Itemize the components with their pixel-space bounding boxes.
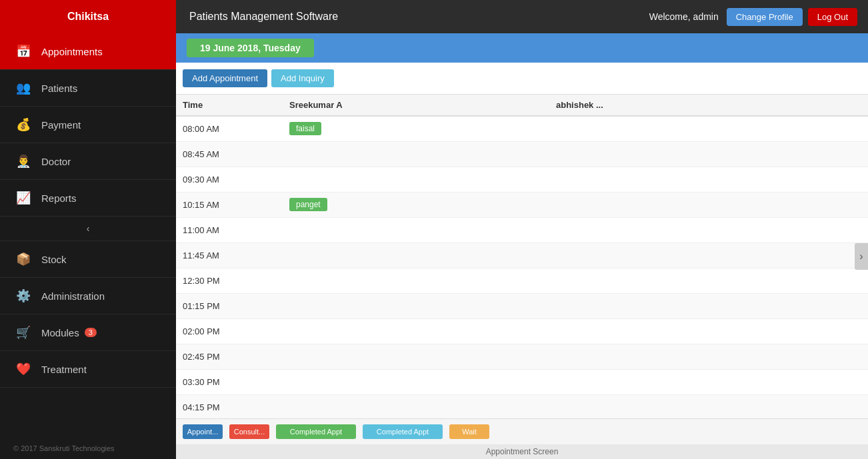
doctor-icon: 👨‍⚕️ bbox=[13, 154, 33, 169]
abhishek-cell bbox=[549, 242, 868, 268]
table-row: 08:45 AM bbox=[176, 141, 868, 167]
toolbar: Add Appointment Add Inquiry bbox=[176, 63, 868, 95]
legend-appointment: Appoint... bbox=[183, 424, 223, 439]
bottom-bar: Appointment Screen bbox=[176, 444, 868, 459]
legend-consultation: Consult... bbox=[229, 424, 269, 439]
sreekumar-cell bbox=[283, 344, 549, 369]
legend-color-completed: Completed Appt bbox=[276, 424, 356, 439]
sidebar-item-payment[interactable]: 💰 Payment bbox=[0, 107, 176, 143]
sreekumar-cell: panget bbox=[283, 192, 549, 217]
administration-icon: ⚙️ bbox=[13, 288, 33, 303]
scroll-right-arrow[interactable]: › bbox=[855, 243, 868, 270]
abhishek-cell bbox=[549, 116, 868, 141]
sidebar-item-patients[interactable]: 👥 Patients bbox=[0, 70, 176, 107]
sidebar-item-label: Stock bbox=[41, 254, 67, 265]
sidebar-item-doctor[interactable]: 👨‍⚕️ Doctor bbox=[0, 143, 176, 180]
abhishek-cell bbox=[549, 344, 868, 369]
schedule-table: Time Sreekumar A abhishek ... 08:00 AMfa… bbox=[176, 95, 868, 418]
table-row: 11:00 AM bbox=[176, 217, 868, 242]
time-cell: 03:30 PM bbox=[176, 369, 283, 394]
sidebar-item-label: Appointments bbox=[41, 46, 103, 57]
table-row: 04:15 PM bbox=[176, 394, 868, 418]
sidebar-item-label: Modules bbox=[41, 327, 79, 338]
sidebar-item-label: Doctor bbox=[41, 156, 71, 167]
table-row: 09:30 AM bbox=[176, 167, 868, 192]
sidebar-item-stock[interactable]: 📦 Stock bbox=[0, 241, 176, 278]
time-cell: 02:00 PM bbox=[176, 318, 283, 344]
main-content: 19 June 2018, Tuesday Add Appointment Ad… bbox=[176, 33, 868, 459]
time-cell: 10:15 AM bbox=[176, 192, 283, 217]
abhishek-cell bbox=[549, 217, 868, 242]
time-cell: 04:15 PM bbox=[176, 394, 283, 418]
chevron-left-icon: ‹ bbox=[87, 223, 90, 234]
abhishek-cell bbox=[549, 394, 868, 418]
date-header: 19 June 2018, Tuesday bbox=[176, 33, 868, 63]
sreekumar-cell bbox=[283, 394, 549, 418]
sreekumar-cell bbox=[283, 369, 549, 394]
legend-color-completed-2: Completed Appt bbox=[363, 424, 443, 439]
main-layout: 📅 Appointments 👥 Patients 💰 Payment 👨‍⚕️… bbox=[0, 33, 868, 459]
appointments-icon: 📅 bbox=[13, 44, 33, 59]
table-row: 08:00 AMfaisal bbox=[176, 116, 868, 141]
sreekumar-cell bbox=[283, 217, 549, 242]
appointment-badge[interactable]: faisal bbox=[289, 122, 321, 135]
reports-icon: 📈 bbox=[13, 191, 33, 205]
modules-badge: 3 bbox=[85, 328, 97, 337]
sreekumar-cell bbox=[283, 268, 549, 293]
schedule-wrapper[interactable]: Time Sreekumar A abhishek ... 08:00 AMfa… bbox=[176, 95, 868, 418]
add-inquiry-button[interactable]: Add Inquiry bbox=[271, 69, 334, 87]
abhishek-cell bbox=[549, 293, 868, 318]
table-row: 01:15 PM bbox=[176, 293, 868, 318]
abhishek-cell bbox=[549, 369, 868, 394]
table-row: 02:00 PM bbox=[176, 318, 868, 344]
sreekumar-cell: faisal bbox=[283, 116, 549, 141]
sidebar-collapse-toggle[interactable]: ‹ bbox=[0, 217, 176, 241]
abhishek-cell bbox=[549, 268, 868, 293]
legend-color-wait: Wait bbox=[449, 424, 489, 439]
time-cell: 01:15 PM bbox=[176, 293, 283, 318]
sidebar-item-treatment[interactable]: ❤️ Treatment bbox=[0, 351, 176, 388]
sidebar-item-label: Reports bbox=[41, 193, 77, 204]
sidebar-item-label: Administration bbox=[41, 290, 105, 302]
date-badge: 19 June 2018, Tuesday bbox=[187, 39, 314, 57]
time-cell: 11:45 AM bbox=[176, 242, 283, 268]
top-header: Chikitsa Patients Management Software We… bbox=[0, 0, 868, 33]
sreekumar-cell bbox=[283, 293, 549, 318]
welcome-text: Welcome, admin bbox=[649, 11, 719, 22]
time-cell: 09:30 AM bbox=[176, 167, 283, 192]
app-title: Chikitsa bbox=[0, 0, 176, 33]
sidebar-item-modules[interactable]: 🛒 Modules 3 bbox=[0, 314, 176, 351]
sreekumar-cell bbox=[283, 318, 549, 344]
modules-icon: 🛒 bbox=[13, 325, 33, 340]
legend-completed-appointment: Completed Appt bbox=[276, 424, 356, 439]
legend-color-consultation: Consult... bbox=[229, 424, 269, 439]
sidebar-item-appointments[interactable]: 📅 Appointments bbox=[0, 33, 176, 70]
sreekumar-cell bbox=[283, 141, 549, 167]
time-cell: 02:45 PM bbox=[176, 344, 283, 369]
time-cell: 08:45 AM bbox=[176, 141, 283, 167]
time-cell: 11:00 AM bbox=[176, 217, 283, 242]
table-row: 10:15 AMpanget bbox=[176, 192, 868, 217]
sreekumar-cell bbox=[283, 242, 549, 268]
col-abhishek: abhishek ... bbox=[549, 95, 868, 116]
legend-wait: Wait bbox=[449, 424, 489, 439]
col-sreekumar: Sreekumar A bbox=[283, 95, 549, 116]
abhishek-cell bbox=[549, 192, 868, 217]
sidebar-footer: © 2017 Sanskruti Technologies bbox=[0, 438, 176, 459]
table-row: 02:45 PM bbox=[176, 344, 868, 369]
time-cell: 12:30 PM bbox=[176, 268, 283, 293]
sidebar-item-label: Payment bbox=[41, 119, 81, 131]
patients-icon: 👥 bbox=[13, 81, 33, 95]
table-row: 12:30 PM bbox=[176, 268, 868, 293]
payment-icon: 💰 bbox=[13, 117, 33, 132]
logout-button[interactable]: Log Out bbox=[808, 8, 857, 26]
time-cell: 08:00 AM bbox=[176, 116, 283, 141]
abhishek-cell bbox=[549, 167, 868, 192]
sidebar-item-reports[interactable]: 📈 Reports bbox=[0, 180, 176, 217]
abhishek-cell bbox=[549, 318, 868, 344]
legend-color-appointment: Appoint... bbox=[183, 424, 223, 439]
sidebar-item-administration[interactable]: ⚙️ Administration bbox=[0, 278, 176, 314]
appointment-badge[interactable]: panget bbox=[289, 198, 327, 211]
change-profile-button[interactable]: Change Profile bbox=[727, 8, 803, 26]
add-appointment-button[interactable]: Add Appointment bbox=[183, 69, 267, 87]
